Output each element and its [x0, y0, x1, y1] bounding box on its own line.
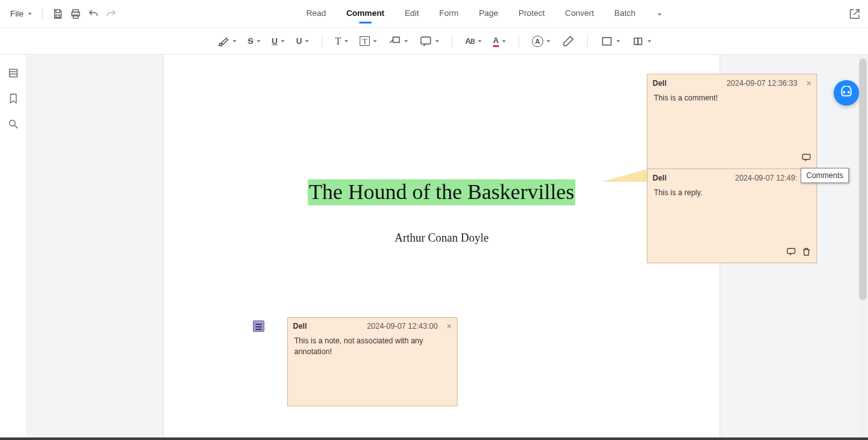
tab-label: Convert [565, 8, 594, 18]
save-icon[interactable] [51, 8, 64, 20]
chevron-down-icon [257, 40, 261, 43]
strike-icon: S [248, 36, 254, 46]
undo-icon[interactable] [87, 8, 100, 20]
open-external-icon[interactable] [848, 7, 862, 21]
tab-batch[interactable]: Batch [613, 4, 637, 23]
document-author: Arthur Conan Doyle [395, 231, 489, 245]
note-tool[interactable] [417, 32, 442, 50]
divider [322, 34, 322, 48]
chevron-down-icon [546, 40, 550, 43]
tab-label: Edit [405, 8, 419, 18]
squiggly-tool[interactable]: U [294, 34, 311, 48]
comment-header: Dell 2024-09-07 12:36:33 × [648, 74, 817, 92]
typewriter-tool[interactable]: T [332, 33, 351, 50]
comment-popup[interactable]: Dell 2024-09-07 12:36:33 × This is a com… [647, 74, 817, 263]
close-icon[interactable]: × [447, 322, 452, 331]
print-icon[interactable] [69, 8, 82, 20]
note-timestamp: 2024-09-07 12:43:00 [367, 322, 437, 331]
tab-convert[interactable]: Convert [564, 4, 595, 23]
divider [42, 8, 43, 20]
svg-rect-7 [634, 38, 638, 45]
pdf-page[interactable]: The Hound of the Baskervilles Arthur Con… [164, 55, 719, 437]
document-title[interactable]: The Hound of the Baskervilles [308, 179, 575, 205]
textbox-tool[interactable]: T [357, 34, 379, 48]
thumbnails-icon[interactable] [6, 66, 20, 80]
chevron-down-icon [502, 40, 506, 43]
document-viewport[interactable]: The Hound of the Baskervilles Arthur Con… [27, 55, 868, 437]
chevron-down-icon [658, 13, 661, 16]
chevron-down-icon [344, 40, 348, 43]
strikethrough-tool[interactable]: S [245, 34, 263, 48]
reply-timestamp: 2024-09-07 12:49: [735, 174, 797, 182]
search-icon[interactable] [6, 117, 20, 131]
note-body[interactable]: This is a note, not associated with any … [288, 334, 457, 375]
svg-rect-0 [56, 15, 60, 17]
callout-tool[interactable] [386, 32, 410, 50]
close-icon[interactable]: × [806, 78, 811, 88]
stamp-icon: A [532, 36, 543, 47]
underline-tool[interactable]: U [269, 34, 287, 48]
note-popup[interactable]: Dell 2024-09-07 12:43:00 × This is a not… [287, 317, 458, 406]
status-bar [0, 437, 868, 440]
font-size-tool[interactable]: AB [463, 34, 484, 48]
tab-page[interactable]: Page [478, 4, 499, 23]
chevron-down-icon [233, 40, 236, 43]
shapes-tool[interactable] [598, 32, 623, 50]
tab-form[interactable]: Form [438, 4, 459, 23]
ai-assistant-button[interactable] [834, 80, 859, 106]
chevron-down-icon [616, 40, 620, 43]
scrollbar-thumb[interactable] [859, 58, 867, 300]
highlight-tool[interactable] [214, 32, 239, 50]
comment-pointer [601, 168, 652, 182]
divider [519, 34, 519, 48]
svg-rect-4 [393, 37, 400, 42]
tooltip-text: Comments [806, 171, 843, 180]
reply-body[interactable]: This is a reply. [648, 187, 817, 216]
text-color-tool[interactable]: A [491, 33, 508, 50]
tab-overflow[interactable] [654, 4, 663, 23]
tab-edit[interactable]: Edit [403, 4, 420, 23]
chevron-down-icon [373, 40, 377, 43]
sticky-note-icon[interactable] [253, 320, 264, 332]
file-menu-button[interactable]: File [6, 6, 36, 21]
svg-rect-5 [421, 37, 431, 44]
tab-protect[interactable]: Protect [517, 4, 546, 23]
chevron-down-icon [281, 40, 285, 43]
svg-rect-8 [638, 38, 642, 45]
chevron-down-icon [28, 13, 32, 15]
divider [587, 34, 588, 48]
reply-icon[interactable] [786, 247, 796, 259]
svg-point-17 [848, 91, 850, 93]
tab-comment[interactable]: Comment [345, 4, 386, 23]
stamp-tool[interactable]: A [529, 33, 553, 50]
reply-actions [786, 247, 811, 259]
eraser-tool[interactable] [559, 32, 577, 50]
reply-icon[interactable] [801, 153, 811, 165]
trash-icon[interactable] [801, 247, 811, 259]
reply-author: Dell [653, 174, 667, 182]
chevron-down-icon [404, 40, 408, 43]
tab-read[interactable]: Read [305, 4, 327, 23]
bookmarks-icon[interactable] [6, 92, 20, 106]
comment-toolbar: S U U T T AB A A [0, 28, 868, 55]
textcolor-icon: A [493, 36, 499, 47]
svg-rect-14 [803, 155, 810, 160]
chevron-down-icon [648, 40, 651, 43]
redo-icon[interactable] [105, 8, 118, 20]
svg-rect-9 [10, 69, 17, 77]
tab-label: Page [479, 8, 498, 18]
svg-line-13 [15, 125, 18, 128]
note-author: Dell [293, 322, 307, 331]
comment-actions [801, 153, 811, 165]
measure-tool[interactable] [629, 32, 654, 50]
squiggly-icon: U [296, 36, 302, 46]
tab-label: Comment [346, 8, 384, 18]
highlight-annotation[interactable]: The Hound of the Baskervilles [308, 179, 575, 205]
comment-segment: Dell 2024-09-07 12:36:33 × This is a com… [648, 74, 817, 168]
chevron-down-icon [305, 40, 309, 43]
text-icon: T [335, 36, 341, 47]
chevron-down-icon [435, 40, 439, 43]
reply-segment: Dell 2024-09-07 12:49: × This is a reply… [648, 168, 817, 263]
comment-body[interactable]: This is a comment! [648, 92, 817, 121]
tooltip: Comments [801, 168, 849, 183]
